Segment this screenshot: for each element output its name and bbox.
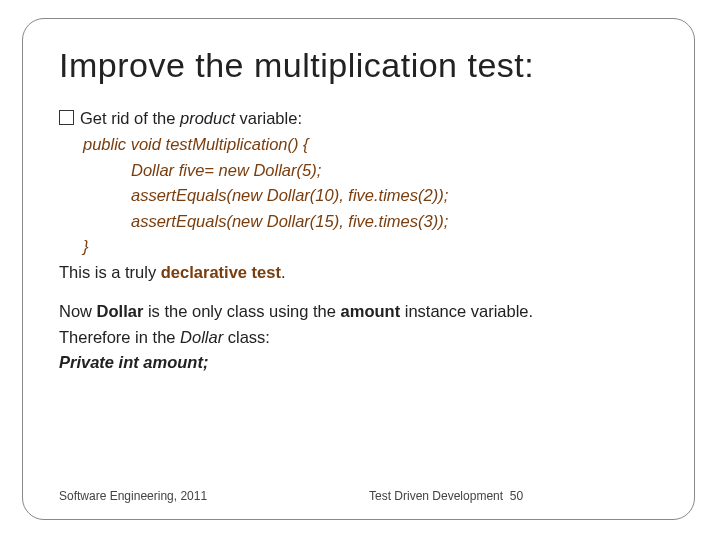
- checkbox-icon: [59, 110, 74, 125]
- code-line: }: [59, 234, 658, 260]
- text: Get rid of the: [80, 109, 180, 127]
- private-decl: Private int amount;: [59, 350, 658, 376]
- code-line: assertEquals(new Dollar(15), five.times(…: [59, 209, 658, 235]
- text: class:: [223, 328, 270, 346]
- paragraph: Therefore in the Dollar class:: [59, 325, 658, 351]
- footer-label: Test Driven Development: [369, 489, 503, 503]
- bullet-item: Get rid of the product variable:: [59, 106, 658, 132]
- text: is the only class using the: [143, 302, 340, 320]
- code-line: Dollar five= new Dollar(5);: [59, 158, 658, 184]
- text: This is a truly: [59, 263, 161, 281]
- footer-left: Software Engineering, 2011: [59, 489, 207, 503]
- text-emph: declarative test: [161, 263, 281, 281]
- summary-line: This is a truly declarative test.: [59, 260, 658, 286]
- footer-right: Test Driven Development 50: [369, 489, 523, 503]
- text: .: [281, 263, 286, 281]
- paragraph: Now Dollar is the only class using the a…: [59, 299, 658, 325]
- code-line: assertEquals(new Dollar(10), five.times(…: [59, 183, 658, 209]
- text-bold: Dollar: [97, 302, 144, 320]
- page-number: 50: [510, 489, 523, 503]
- text-emph: product: [180, 109, 235, 127]
- bullet-text: Get rid of the product variable:: [80, 106, 302, 132]
- footer: Software Engineering, 2011 Test Driven D…: [59, 489, 658, 503]
- slide-frame: Improve the multiplication test: Get rid…: [22, 18, 695, 520]
- text: Therefore in the: [59, 328, 180, 346]
- text-emph: Dollar: [180, 328, 223, 346]
- text-bold: amount: [341, 302, 401, 320]
- text: instance variable.: [400, 302, 533, 320]
- code-line: public void testMultiplication() {: [59, 132, 658, 158]
- text: variable:: [235, 109, 302, 127]
- slide-body: Get rid of the product variable: public …: [59, 106, 658, 376]
- text: Now: [59, 302, 97, 320]
- spacer: [59, 285, 658, 299]
- slide-title: Improve the multiplication test:: [59, 47, 658, 84]
